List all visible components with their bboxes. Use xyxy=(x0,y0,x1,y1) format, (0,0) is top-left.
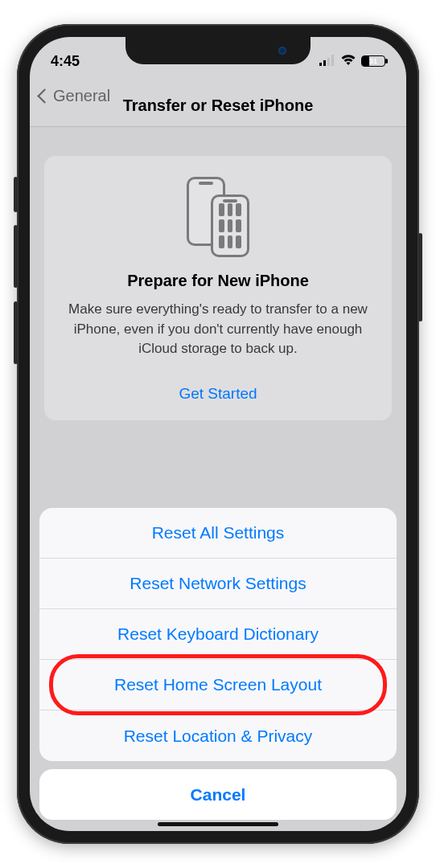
mute-switch xyxy=(14,177,18,212)
device-frame: 4:45 31 General Transfer or Reset iPhone xyxy=(17,24,419,844)
chevron-left-icon xyxy=(37,88,51,103)
volume-down xyxy=(14,301,18,364)
clock: 4:45 xyxy=(51,53,80,70)
back-label: General xyxy=(53,87,110,105)
power-button xyxy=(418,233,422,321)
back-button[interactable]: General xyxy=(39,87,110,105)
screen: 4:45 31 General Transfer or Reset iPhone xyxy=(30,37,406,831)
battery-icon: 31 xyxy=(361,55,385,67)
svg-rect-0 xyxy=(319,63,322,66)
cell-signal-icon xyxy=(319,53,335,70)
svg-rect-3 xyxy=(331,55,334,66)
reset-keyboard-dictionary-button[interactable]: Reset Keyboard Dictionary xyxy=(39,609,397,660)
svg-rect-1 xyxy=(323,60,326,66)
notch xyxy=(125,37,311,64)
reset-all-settings-button[interactable]: Reset All Settings xyxy=(39,508,397,559)
cancel-button[interactable]: Cancel xyxy=(39,769,397,820)
svg-rect-2 xyxy=(327,58,330,66)
action-sheet: Reset All Settings Reset Network Setting… xyxy=(30,508,406,831)
reset-home-screen-layout-label: Reset Home Screen Layout xyxy=(114,675,322,694)
reset-location-privacy-button[interactable]: Reset Location & Privacy xyxy=(39,710,397,761)
reset-network-settings-button[interactable]: Reset Network Settings xyxy=(39,559,397,609)
wifi-icon xyxy=(340,53,356,70)
volume-up xyxy=(14,225,18,288)
reset-home-screen-layout-button[interactable]: Reset Home Screen Layout xyxy=(39,660,397,710)
page-title: Transfer or Reset iPhone xyxy=(123,96,314,115)
camera-icon xyxy=(278,47,286,55)
battery-percent: 31 xyxy=(362,57,385,65)
home-indicator[interactable] xyxy=(158,822,278,826)
